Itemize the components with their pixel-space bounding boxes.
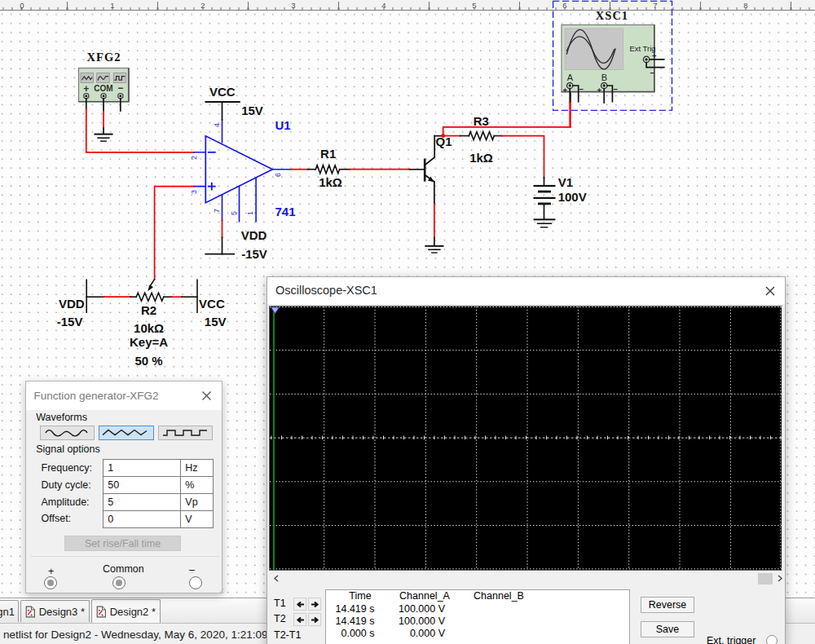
svg-text:R1: R1 [320, 147, 336, 161]
svg-text:COM: COM [94, 84, 112, 93]
svg-text:+: + [563, 86, 568, 95]
svg-text:XSC1: XSC1 [596, 9, 628, 22]
svg-text:VCC: VCC [209, 85, 236, 99]
svg-text:3: 3 [190, 190, 198, 194]
svg-text:B: B [601, 73, 607, 82]
svg-text:VDD: VDD [241, 228, 267, 242]
svg-text:Q1: Q1 [435, 135, 452, 148]
svg-text:15V: 15V [205, 315, 227, 329]
svg-text:+: + [652, 51, 657, 60]
svg-text:−: − [117, 82, 123, 94]
svg-text:XFG2: XFG2 [87, 51, 121, 64]
svg-text:+: + [597, 86, 602, 95]
svg-text:−: − [614, 85, 619, 94]
svg-text:VDD: VDD [59, 297, 85, 311]
svg-text:−: − [579, 85, 584, 94]
svg-text:R2: R2 [141, 303, 156, 317]
svg-text:741: 741 [275, 205, 295, 218]
svg-text:VCC: VCC [199, 297, 225, 311]
svg-text:-15V: -15V [241, 247, 267, 261]
svg-text:U1: U1 [275, 118, 290, 132]
svg-text:V1: V1 [558, 175, 573, 189]
svg-text:R3: R3 [474, 114, 489, 128]
svg-text:100V: 100V [558, 190, 587, 204]
svg-text:Key=A: Key=A [130, 335, 168, 349]
svg-text:50 %: 50 % [134, 354, 162, 368]
svg-text:7: 7 [213, 209, 221, 213]
svg-text:2: 2 [190, 156, 198, 160]
svg-text:10kΩ: 10kΩ [134, 321, 164, 335]
svg-text:1: 1 [246, 211, 254, 215]
svg-text:4: 4 [213, 123, 221, 127]
svg-text:15V: 15V [241, 104, 263, 117]
svg-text:−: − [650, 68, 655, 77]
svg-text:+: + [83, 83, 89, 95]
svg-text:1kΩ: 1kΩ [319, 175, 342, 189]
svg-text:A: A [567, 73, 574, 82]
svg-text:6: 6 [274, 173, 282, 177]
svg-text:5: 5 [230, 211, 238, 215]
svg-text:-15V: -15V [57, 315, 83, 329]
svg-text:1kΩ: 1kΩ [469, 151, 493, 165]
